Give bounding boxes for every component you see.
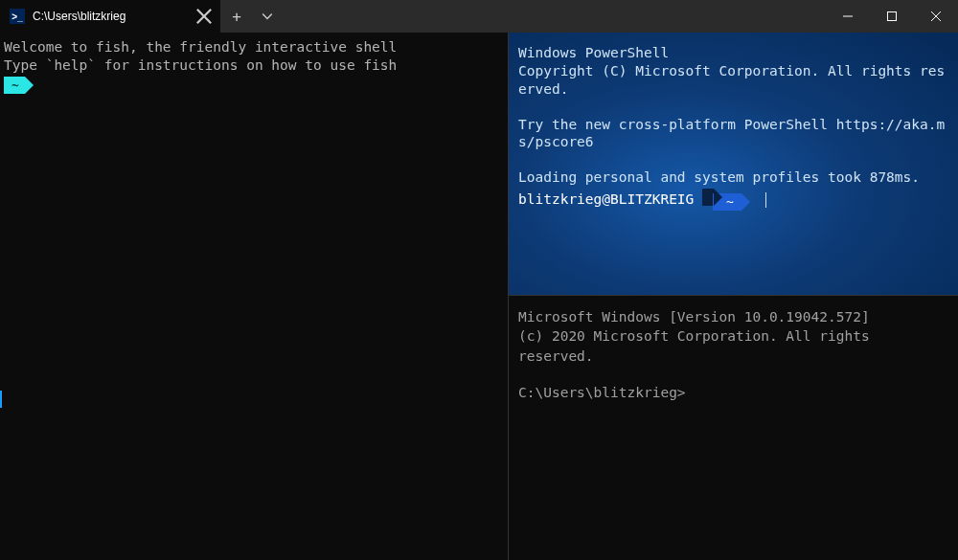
svg-rect-3 [888, 12, 897, 21]
cmd-prompt: C:\Users\blitzkrieg> [518, 383, 948, 402]
maximize-button[interactable] [870, 0, 914, 33]
titlebar-drag-area[interactable] [282, 0, 826, 33]
pane-cmd[interactable]: Microsoft Windows [Version 10.0.19042.57… [509, 295, 958, 560]
tab-active[interactable]: >_ C:\Users\blitzkrieg [0, 0, 220, 33]
tab-dropdown-button[interactable] [253, 0, 282, 33]
fish-prompt: ~ [4, 77, 25, 94]
pane-fish[interactable]: Welcome to fish, the friendly interactiv… [0, 33, 508, 560]
pane-powershell[interactable]: Windows PowerShell Copyright (C) Microso… [509, 33, 958, 295]
cmd-output-line: Microsoft Windows [Version 10.0.19042.57… [518, 307, 948, 326]
ps-prompt-separator: ~ [702, 189, 741, 211]
ps-output-line: Try the new cross-platform PowerShell ht… [518, 116, 948, 152]
right-column: Windows PowerShell Copyright (C) Microso… [508, 33, 958, 560]
fish-output-line: Type `help` for instructions on how to u… [4, 56, 504, 75]
ps-prompt-user: blitzkrieg@BLITZKREIG [518, 191, 694, 207]
close-window-button[interactable] [914, 0, 958, 33]
tab-title: C:\Users\blitzkrieg [33, 10, 188, 23]
close-tab-button[interactable] [195, 8, 213, 25]
cursor-icon [765, 192, 767, 208]
cmd-output-line: (c) 2020 Microsoft Corporation. All righ… [518, 326, 948, 366]
pane-active-marker [0, 391, 2, 408]
ps-output-line: Windows PowerShell [518, 44, 948, 62]
window-controls [826, 0, 958, 33]
ps-output-line: Loading personal and system profiles too… [518, 168, 948, 187]
ps-output-line: Copyright (C) Microsoft Corporation. All… [518, 62, 948, 99]
new-tab-button[interactable]: + [220, 0, 253, 33]
ps-prompt: blitzkrieg@BLITZKREIG ~ [518, 189, 948, 211]
titlebar: >_ C:\Users\blitzkrieg + [0, 0, 958, 33]
powershell-icon: >_ [10, 9, 25, 24]
fish-output-line: Welcome to fish, the friendly interactiv… [4, 38, 504, 56]
terminal-panes: Welcome to fish, the friendly interactiv… [0, 33, 958, 560]
minimize-button[interactable] [826, 0, 870, 33]
